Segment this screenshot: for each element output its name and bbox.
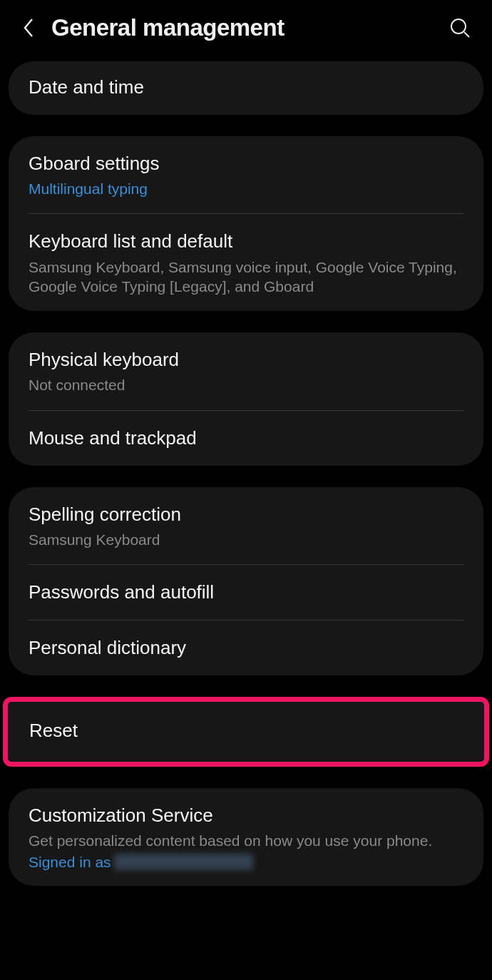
row-subtitle: Get personalized content based on how yo… bbox=[29, 831, 463, 850]
row-title: Physical keyboard bbox=[29, 347, 463, 372]
header: General management bbox=[0, 0, 492, 61]
row-title: Passwords and autofill bbox=[29, 580, 463, 605]
signed-in-prefix: Signed in as bbox=[29, 854, 111, 871]
row-customization-service[interactable]: Customization Service Get personalized c… bbox=[9, 788, 483, 885]
row-title: Keyboard list and default bbox=[29, 229, 463, 254]
row-title: Gboard settings bbox=[29, 151, 463, 176]
group-reset-highlighted: Reset bbox=[3, 697, 489, 767]
row-physical-keyboard[interactable]: Physical keyboard Not connected bbox=[9, 332, 483, 409]
signed-in-email-redacted bbox=[114, 854, 253, 870]
back-icon[interactable] bbox=[20, 17, 37, 39]
group-keyboard-settings: Gboard settings Multilingual typing Keyb… bbox=[9, 136, 483, 311]
row-date-and-time[interactable]: Date and time bbox=[9, 61, 483, 115]
group-text-input: Spelling correction Samsung Keyboard Pas… bbox=[9, 487, 483, 676]
group-datetime: Date and time bbox=[9, 61, 483, 115]
row-spelling-correction[interactable]: Spelling correction Samsung Keyboard bbox=[9, 487, 483, 564]
group-input-devices: Physical keyboard Not connected Mouse an… bbox=[9, 332, 483, 465]
page-title: General management bbox=[51, 14, 434, 41]
row-title: Mouse and trackpad bbox=[29, 426, 463, 451]
row-passwords-and-autofill[interactable]: Passwords and autofill bbox=[9, 565, 483, 620]
search-icon[interactable] bbox=[448, 16, 472, 40]
row-subtitle: Samsung Keyboard, Samsung voice input, G… bbox=[29, 257, 463, 297]
row-keyboard-list-and-default[interactable]: Keyboard list and default Samsung Keyboa… bbox=[9, 214, 483, 311]
signed-in-line: Signed in as bbox=[29, 854, 463, 871]
row-subtitle: Multilingual typing bbox=[29, 179, 463, 198]
row-personal-dictionary[interactable]: Personal dictionary bbox=[9, 621, 483, 675]
group-customization: Customization Service Get personalized c… bbox=[9, 788, 483, 885]
row-subtitle: Not connected bbox=[29, 375, 463, 394]
row-subtitle: Samsung Keyboard bbox=[29, 530, 463, 549]
row-title: Reset bbox=[29, 718, 463, 743]
row-reset[interactable]: Reset bbox=[8, 702, 484, 762]
content: Date and time Gboard settings Multilingu… bbox=[0, 61, 492, 886]
row-gboard-settings[interactable]: Gboard settings Multilingual typing bbox=[9, 136, 483, 213]
row-title: Personal dictionary bbox=[29, 636, 463, 660]
row-title: Customization Service bbox=[29, 803, 463, 828]
svg-line-1 bbox=[464, 32, 469, 37]
row-mouse-and-trackpad[interactable]: Mouse and trackpad bbox=[9, 411, 483, 466]
row-title: Spelling correction bbox=[29, 502, 463, 527]
row-title: Date and time bbox=[29, 75, 463, 100]
svg-point-0 bbox=[451, 19, 466, 34]
